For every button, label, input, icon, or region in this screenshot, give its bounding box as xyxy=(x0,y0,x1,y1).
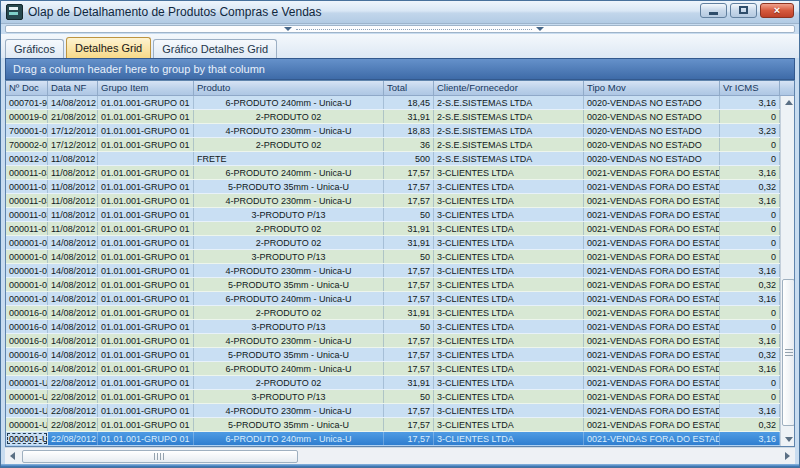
grid-cell[interactable]: 01.01.001-GRUPO 01 xyxy=(98,194,194,207)
grid-cell[interactable]: 2-PRODUTO 02 xyxy=(194,222,384,235)
vertical-scroll-track[interactable] xyxy=(781,109,795,433)
table-row[interactable]: 000011-0311/08/201201.01.001-GRUPO 015-P… xyxy=(6,180,780,194)
column-header-vr-icms[interactable]: Vr ICMS xyxy=(720,81,780,95)
grid-cell[interactable]: 0020-VENDAS NO ESTADO xyxy=(584,110,720,123)
grid-cell[interactable]: 14/08/2012 xyxy=(48,362,98,375)
grid-cell[interactable]: 000001-U xyxy=(6,432,48,445)
table-row[interactable]: 000011-0311/08/201201.01.001-GRUPO 013-P… xyxy=(6,208,780,222)
grid-cell[interactable]: 14/08/2012 xyxy=(48,264,98,277)
grid-cell[interactable]: 14/08/2012 xyxy=(48,306,98,319)
grid-cell[interactable]: 17,57 xyxy=(384,194,434,207)
grid-cell[interactable]: 17,57 xyxy=(384,264,434,277)
grid-cell[interactable]: 0021-VENDAS FORA DO ESTADO xyxy=(584,278,720,291)
grid-cell[interactable]: 36 xyxy=(384,138,434,151)
grid-cell[interactable]: 0021-VENDAS FORA DO ESTADO xyxy=(584,334,720,347)
chevron-down-icon[interactable] xyxy=(536,27,544,31)
table-row[interactable]: 700001-0317/12/201201.01.001-GRUPO 014-P… xyxy=(6,124,780,138)
grid-cell[interactable]: 0020-VENDAS NO ESTADO xyxy=(584,96,720,109)
grid-cell[interactable] xyxy=(98,152,194,165)
grid-cell[interactable]: 01.01.001-GRUPO 01 xyxy=(98,362,194,375)
grid-cell[interactable]: 3-CLIENTES LTDA xyxy=(434,320,584,333)
grid-cell[interactable]: 0021-VENDAS FORA DO ESTADO xyxy=(584,208,720,221)
grid-cell[interactable]: 2-S.E.SISTEMAS LTDA xyxy=(434,124,584,137)
grid-cell[interactable]: 3,16 xyxy=(720,96,780,109)
table-row[interactable]: 700002-0317/12/201201.01.001-GRUPO 012-P… xyxy=(6,138,780,152)
grid-cell[interactable]: 3-CLIENTES LTDA xyxy=(434,404,584,417)
table-row[interactable]: 000016-0314/08/201201.01.001-GRUPO 014-P… xyxy=(6,334,780,348)
grid-cell[interactable]: 2-S.E.SISTEMAS LTDA xyxy=(434,152,584,165)
grid-cell[interactable]: 14/08/2012 xyxy=(48,250,98,263)
grid-cell[interactable]: 14/08/2012 xyxy=(48,236,98,249)
grid-cell[interactable]: 11/08/2012 xyxy=(48,152,98,165)
grid-cell[interactable]: 700002-03 xyxy=(6,138,48,151)
minimize-button[interactable] xyxy=(700,3,727,18)
grid-cell[interactable]: 0 xyxy=(720,110,780,123)
grid-cell[interactable]: 3,16 xyxy=(720,194,780,207)
table-row[interactable]: 000001-U22/08/201201.01.001-GRUPO 013-PR… xyxy=(6,390,780,404)
grid-cell[interactable]: 000001-00 xyxy=(6,278,48,291)
grid-cell[interactable]: 2-PRODUTO 02 xyxy=(194,306,384,319)
grid-cell[interactable]: 5-PRODUTO 35mm - Unica-U xyxy=(194,278,384,291)
tab-graficos[interactable]: Gráficos xyxy=(5,39,64,58)
grid-cell[interactable]: 17,57 xyxy=(384,278,434,291)
scroll-right-button[interactable] xyxy=(780,448,795,464)
grid-cell[interactable]: 22/08/2012 xyxy=(48,418,98,431)
grid-cell[interactable]: 50 xyxy=(384,390,434,403)
grid-cell[interactable]: 000016-03 xyxy=(6,348,48,361)
grid-cell[interactable]: 0 xyxy=(720,250,780,263)
grid-cell[interactable]: 0021-VENDAS FORA DO ESTADO xyxy=(584,180,720,193)
grid-cell[interactable]: 11/08/2012 xyxy=(48,194,98,207)
grid-cell[interactable]: 2-PRODUTO 02 xyxy=(194,138,384,151)
horizontal-scroll-track[interactable] xyxy=(20,450,780,463)
grid-cell[interactable]: 2-S.E.SISTEMAS LTDA xyxy=(434,110,584,123)
grid-cell[interactable]: 3-CLIENTES LTDA xyxy=(434,362,584,375)
grid-cell[interactable]: 000019-03 xyxy=(6,110,48,123)
horizontal-scroll-thumb[interactable] xyxy=(22,450,298,463)
table-row[interactable]: 000016-0314/08/201201.01.001-GRUPO 013-P… xyxy=(6,320,780,334)
grid-cell[interactable]: 01.01.001-GRUPO 01 xyxy=(98,208,194,221)
grid-cell[interactable]: 000016-03 xyxy=(6,334,48,347)
grid-cell[interactable]: 5-PRODUTO 35mm - Unica-U xyxy=(194,418,384,431)
grid-cell[interactable]: 3-CLIENTES LTDA xyxy=(434,166,584,179)
grid-cell[interactable]: 0 xyxy=(720,208,780,221)
grid-cell[interactable]: 3-CLIENTES LTDA xyxy=(434,208,584,221)
grid-cell[interactable]: 31,91 xyxy=(384,222,434,235)
grid-cell[interactable]: 01.01.001-GRUPO 01 xyxy=(98,96,194,109)
grid-cell[interactable]: 22/08/2012 xyxy=(48,404,98,417)
grid-cell[interactable]: 31,91 xyxy=(384,236,434,249)
grid-cell[interactable]: 14/08/2012 xyxy=(48,96,98,109)
grid-cell[interactable]: 01.01.001-GRUPO 01 xyxy=(98,264,194,277)
grid-cell[interactable]: 21/08/2012 xyxy=(48,110,98,123)
grid-cell[interactable]: 17,57 xyxy=(384,432,434,445)
grid-cell[interactable]: 01.01.001-GRUPO 01 xyxy=(98,110,194,123)
grid-cell[interactable]: 0020-VENDAS NO ESTADO xyxy=(584,138,720,151)
vertical-scroll-thumb[interactable] xyxy=(782,279,795,426)
grid-cell[interactable]: 01.01.001-GRUPO 01 xyxy=(98,278,194,291)
grid-cell[interactable]: 3,16 xyxy=(720,362,780,375)
grid-cell[interactable]: 17/12/2012 xyxy=(48,138,98,151)
grid-cell[interactable]: 0021-VENDAS FORA DO ESTADO xyxy=(584,306,720,319)
grid-cell[interactable]: 3-CLIENTES LTDA xyxy=(434,432,584,445)
grid-cell[interactable]: 500 xyxy=(384,152,434,165)
grid-cell[interactable]: 3-CLIENTES LTDA xyxy=(434,334,584,347)
grid-cell[interactable]: 0,32 xyxy=(720,418,780,431)
grid-cell[interactable]: 0021-VENDAS FORA DO ESTADO xyxy=(584,236,720,249)
table-row[interactable]: 000701-9014/08/201201.01.001-GRUPO 016-P… xyxy=(6,96,780,110)
grid-cell[interactable]: 3-CLIENTES LTDA xyxy=(434,180,584,193)
grid-cell[interactable]: 0021-VENDAS FORA DO ESTADO xyxy=(584,432,720,445)
tab-grafico-detalhes-grid[interactable]: Gráfico Detalhes Grid xyxy=(153,39,277,58)
grid-cell[interactable]: 2-PRODUTO 02 xyxy=(194,376,384,389)
grid-cell[interactable]: 000011-03 xyxy=(6,194,48,207)
grid-cell[interactable]: 01.01.001-GRUPO 01 xyxy=(98,124,194,137)
grid-cell[interactable]: 01.01.001-GRUPO 01 xyxy=(98,404,194,417)
grid-cell[interactable]: 14/08/2012 xyxy=(48,320,98,333)
grid-cell[interactable]: 0 xyxy=(720,236,780,249)
grid-cell[interactable]: 0021-VENDAS FORA DO ESTADO xyxy=(584,362,720,375)
column-header-total[interactable]: Total xyxy=(384,81,434,95)
grid-cell[interactable]: 3-CLIENTES LTDA xyxy=(434,236,584,249)
grid-cell[interactable]: 11/08/2012 xyxy=(48,208,98,221)
title-bar[interactable]: Olap de Detalhamento de Produtos Compras… xyxy=(1,1,799,24)
grid-cell[interactable]: 01.01.001-GRUPO 01 xyxy=(98,390,194,403)
grid-cell[interactable]: 17,57 xyxy=(384,334,434,347)
grid-cell[interactable]: 3,23 xyxy=(720,124,780,137)
